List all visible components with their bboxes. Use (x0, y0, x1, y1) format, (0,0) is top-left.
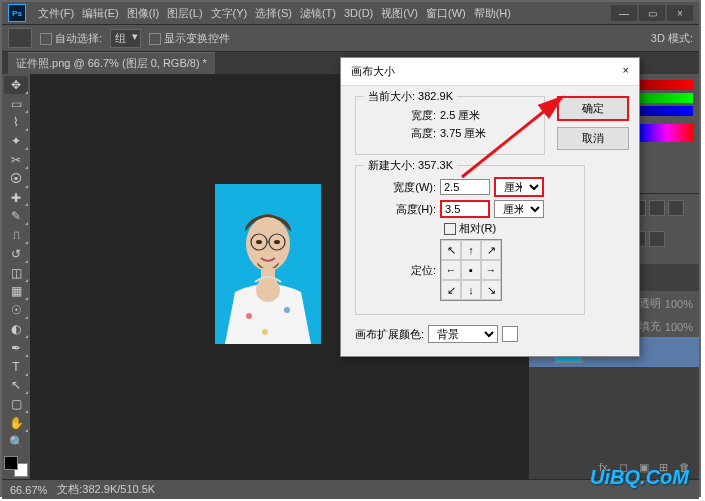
brush-tool-icon[interactable]: ✎ (4, 207, 28, 225)
mode-3d-label: 3D 模式: (651, 31, 693, 46)
opacity-value[interactable]: 100% (665, 298, 693, 310)
ps-logo: Ps (8, 4, 26, 22)
watermark: UiBQ.CoM (590, 466, 689, 489)
svg-point-3 (274, 240, 280, 244)
ext-color-label: 画布扩展颜色: (355, 327, 424, 342)
eyedropper-tool-icon[interactable]: ⦿ (4, 170, 28, 188)
svg-point-10 (284, 307, 290, 313)
menu-file[interactable]: 文件(F) (34, 6, 78, 21)
menu-layer[interactable]: 图层(L) (163, 6, 206, 21)
path-tool-icon[interactable]: ↖ (4, 377, 28, 395)
minimize-button[interactable]: — (611, 5, 637, 21)
dodge-tool-icon[interactable]: ◐ (4, 320, 28, 338)
window-controls: — ▭ × (611, 5, 693, 21)
adj-bw-icon[interactable] (649, 200, 665, 216)
document-tab[interactable]: 证件照.png @ 66.7% (图层 0, RGB/8) * (8, 52, 215, 74)
dialog-close-icon[interactable]: × (623, 64, 629, 79)
zoom-level[interactable]: 66.67% (10, 484, 47, 496)
tool-preset-picker[interactable] (8, 28, 32, 48)
cur-width-value: 2.5 厘米 (440, 108, 480, 123)
hand-tool-icon[interactable]: ✋ (4, 414, 28, 432)
fill-value[interactable]: 100% (665, 321, 693, 333)
relative-checkbox[interactable]: 相对(R) (444, 221, 496, 236)
lasso-tool-icon[interactable]: ⌇ (4, 114, 28, 132)
history-brush-icon[interactable]: ↺ (4, 245, 28, 263)
adj-photo-icon[interactable] (668, 200, 684, 216)
marquee-tool-icon[interactable]: ▭ (4, 95, 28, 113)
new-width-input[interactable] (440, 179, 490, 195)
show-transform-check[interactable]: 显示变换控件 (149, 31, 230, 46)
svg-point-1 (246, 217, 290, 271)
menu-view[interactable]: 视图(V) (377, 6, 422, 21)
doc-info[interactable]: 文档:382.9K/510.5K (57, 482, 155, 497)
shape-tool-icon[interactable]: ▢ (4, 395, 28, 413)
canvas-size-dialog: 画布大小 × 确定 取消 当前大小: 382.9K 宽度:2.5 厘米 高度:3… (340, 57, 640, 357)
crop-tool-icon[interactable]: ✂ (4, 151, 28, 169)
menu-type[interactable]: 文字(Y) (207, 6, 252, 21)
new-width-label: 宽度(W): (366, 180, 436, 195)
menu-filter[interactable]: 滤镜(T) (296, 6, 340, 21)
options-bar: 自动选择: 组 显示变换控件 3D 模式: (2, 24, 699, 52)
wand-tool-icon[interactable]: ✦ (4, 132, 28, 150)
cur-height-label: 高度: (366, 126, 436, 141)
photoshop-window: Ps 文件(F) 编辑(E) 图像(I) 图层(L) 文字(Y) 选择(S) 滤… (0, 0, 701, 497)
move-tool-icon[interactable]: ✥ (4, 76, 28, 94)
close-button[interactable]: × (667, 5, 693, 21)
gradient-tool-icon[interactable]: ▦ (4, 283, 28, 301)
maximize-button[interactable]: ▭ (639, 5, 665, 21)
width-unit-select[interactable]: 厘米 (494, 177, 544, 197)
anchor-label: 定位: (366, 263, 436, 278)
dialog-titlebar[interactable]: 画布大小 × (341, 58, 639, 86)
menu-edit[interactable]: 编辑(E) (78, 6, 123, 21)
dialog-title: 画布大小 (351, 64, 395, 79)
document-image (215, 184, 321, 344)
fill-label: 填充 (639, 319, 661, 334)
ext-color-swatch[interactable] (502, 326, 518, 342)
heal-tool-icon[interactable]: ✚ (4, 189, 28, 207)
ok-button[interactable]: 确定 (557, 96, 629, 121)
auto-select-check[interactable]: 自动选择: (40, 31, 102, 46)
current-size-group: 当前大小: 382.9K 宽度:2.5 厘米 高度:3.75 厘米 (355, 96, 545, 155)
anchor-grid[interactable]: ↖↑↗ ←▪→ ↙↓↘ (440, 239, 502, 301)
blur-tool-icon[interactable]: ☉ (4, 301, 28, 319)
cancel-button[interactable]: 取消 (557, 127, 629, 150)
adj-select-icon[interactable] (649, 231, 665, 247)
current-size-legend: 当前大小: 382.9K (364, 89, 457, 104)
cur-height-value: 3.75 厘米 (440, 126, 486, 141)
stamp-tool-icon[interactable]: ⎍ (4, 226, 28, 244)
new-size-group: 新建大小: 357.3K 宽度(W): 厘米 高度(H): 厘米 相对(R) 定… (355, 165, 585, 315)
color-swatches-icon[interactable] (4, 456, 28, 477)
menu-3d[interactable]: 3D(D) (340, 7, 377, 19)
new-size-legend: 新建大小: 357.3K (364, 158, 457, 173)
svg-point-9 (246, 313, 252, 319)
cur-width-label: 宽度: (366, 108, 436, 123)
auto-select-kind[interactable]: 组 (110, 29, 141, 48)
new-height-label: 高度(H): (366, 202, 436, 217)
tools-panel: ✥ ▭ ⌇ ✦ ✂ ⦿ ✚ ✎ ⎍ ↺ ◫ ▦ ☉ ◐ ✒ T ↖ ▢ ✋ 🔍 (2, 74, 30, 479)
ext-color-select[interactable]: 背景 (428, 325, 498, 343)
zoom-tool-icon[interactable]: 🔍 (4, 433, 28, 451)
type-tool-icon[interactable]: T (4, 358, 28, 376)
pen-tool-icon[interactable]: ✒ (4, 339, 28, 357)
menu-window[interactable]: 窗口(W) (422, 6, 470, 21)
menu-help[interactable]: 帮助(H) (470, 6, 515, 21)
eraser-tool-icon[interactable]: ◫ (4, 264, 28, 282)
menu-image[interactable]: 图像(I) (123, 6, 163, 21)
svg-point-2 (256, 240, 262, 244)
menu-bar: Ps 文件(F) 编辑(E) 图像(I) 图层(L) 文字(Y) 选择(S) 滤… (2, 2, 699, 24)
height-unit-select[interactable]: 厘米 (494, 200, 544, 218)
new-height-input[interactable] (440, 200, 490, 218)
svg-point-11 (262, 329, 268, 335)
menu-select[interactable]: 选择(S) (251, 6, 296, 21)
